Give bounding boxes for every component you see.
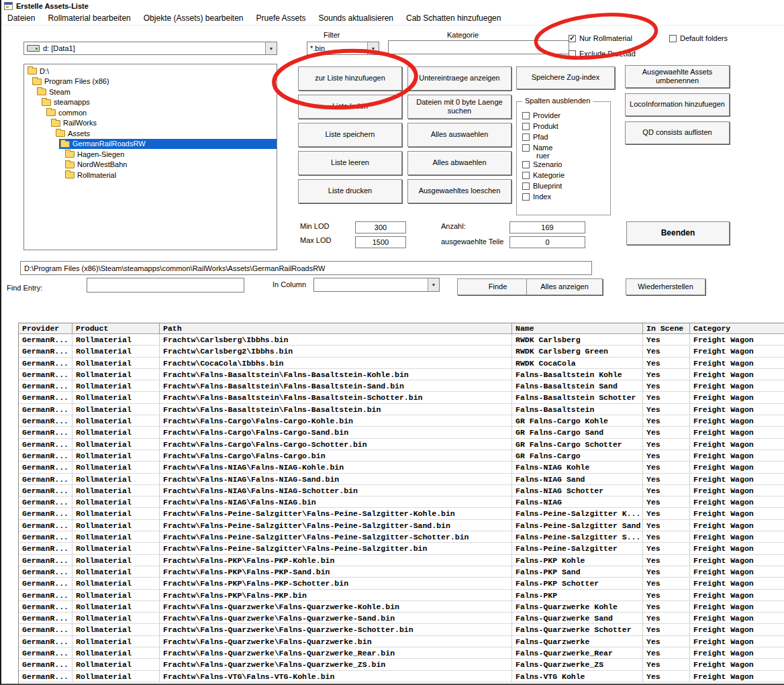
table-row[interactable]: GermanR...RollmaterialFrachtw\Falns-Carg…	[19, 415, 784, 427]
table-row[interactable]: GermanR...RollmaterialFrachtw\Falns-Pein…	[19, 531, 784, 543]
button-alles-abwaehlen[interactable]: Alles abwaehlen	[407, 151, 511, 175]
tree-item-steamapps[interactable]: steamapps	[24, 97, 277, 108]
column-toggle-index[interactable]: Index	[522, 193, 606, 201]
tree-item-program-files-x86[interactable]: Program Files (x86)	[24, 76, 277, 87]
table-row[interactable]: GermanR...RollmaterialFrachtw\Falns-NIAG…	[19, 474, 784, 485]
button-liste-speichern[interactable]: Liste speichern	[298, 123, 402, 147]
table-row[interactable]: GermanR...RollmaterialFrachtw\Falns-Quar…	[19, 613, 784, 624]
table-row[interactable]: GermanR...RollmaterialFrachtw\Falns-Basa…	[19, 392, 784, 403]
table-row[interactable]: GermanR...RollmaterialFrachtw\Falns-Basa…	[19, 380, 784, 392]
table-row[interactable]: GermanR...RollmaterialFrachtw\Falns-Pein…	[19, 508, 784, 519]
tree-item-steam[interactable]: Steam	[24, 87, 277, 97]
wiederherstellen-button[interactable]: Wiederherstellen	[626, 278, 705, 295]
table-row[interactable]: GermanR...RollmaterialFrachtw\Falns-Carg…	[19, 427, 784, 438]
button-speichere-zug-index[interactable]: Speichere Zug-index	[516, 66, 615, 89]
button-liste-laden[interactable]: Liste laden	[298, 95, 402, 119]
find-entry-input[interactable]	[87, 278, 244, 293]
min-lod-input[interactable]	[355, 221, 406, 233]
nur-rollmaterial-checkbox[interactable]: Nur Rollmaterial	[569, 34, 632, 42]
table-row[interactable]: GermanR...RollmaterialFrachtw\Falns-Pein…	[19, 543, 784, 554]
in-column-combobox[interactable]: ▼	[313, 278, 440, 292]
column-header-name[interactable]: Name	[512, 323, 643, 334]
chevron-down-icon[interactable]: ▼	[265, 42, 277, 54]
column-toggle-ruer[interactable]: ruer	[522, 152, 606, 160]
tree-item-label: GermanRailRoadsRW	[72, 140, 146, 148]
button-ausgewaehltes-loeschen[interactable]: Ausgewaehltes loeschen	[407, 179, 511, 203]
table-row[interactable]: GermanR...RollmaterialFrachtw\Falns-PKP\…	[19, 590, 784, 601]
button-dateien-mit-0-byte-laenge-suchen[interactable]: Dateien mit 0 byte Laenge suchen	[407, 95, 511, 119]
alles-anzeigen-button[interactable]: Alles anzeigen	[526, 278, 603, 295]
table-row[interactable]: GermanR...RollmaterialFrachtw\Falns-NIAG…	[19, 462, 784, 473]
table-row[interactable]: GermanR...RollmaterialFrachtw\Carlsberg2…	[19, 346, 784, 357]
table-row[interactable]: GermanR...RollmaterialFrachtw\Falns-PKP\…	[19, 555, 784, 566]
menu-item-cab-schatten-hinzufuegen[interactable]: Cab Schatten hinzufuegen	[406, 13, 501, 23]
tree-item-d[interactable]: D:\	[24, 66, 277, 76]
button-liste-leeren[interactable]: Liste leeren	[298, 151, 402, 175]
filter-combobox[interactable]: *.bin ▼	[307, 42, 379, 55]
table-row[interactable]: GermanR...RollmaterialFrachtw\Carlsberg\…	[19, 334, 784, 346]
button-locoinformation-hinzufuegen[interactable]: LocoInformation hinzufuegen	[625, 93, 730, 116]
tree-item-railworks[interactable]: RailWorks	[24, 118, 277, 129]
column-toggle-produkt[interactable]: Produkt	[522, 122, 606, 130]
max-lod-input[interactable]	[355, 236, 406, 248]
table-row[interactable]: GermanR...RollmaterialFrachtw\Falns-NIAG…	[19, 485, 784, 496]
table-row[interactable]: GermanR...RollmaterialFrachtw\Falns-Quar…	[19, 636, 784, 647]
column-header-product[interactable]: Product	[72, 323, 160, 334]
checkbox-icon	[522, 112, 530, 119]
menu-item-dateien[interactable]: Dateien	[7, 13, 35, 23]
drive-combobox[interactable]: d: [Data1] ▼	[23, 42, 277, 55]
table-row[interactable]: GermanR...RollmaterialFrachtw\Falns-Basa…	[19, 404, 784, 415]
column-header-path[interactable]: Path	[160, 323, 512, 334]
tree-item-germanrailroadsrw[interactable]: GermanRailRoadsRW	[24, 139, 277, 150]
tree-item-hagen-siegen[interactable]: Hagen-Siegen	[24, 149, 277, 160]
table-row[interactable]: GermanR...RollmaterialFrachtw\Falns-Quar…	[19, 624, 784, 635]
column-toggle-szenario[interactable]: Szenario	[522, 160, 606, 168]
button-ausgewaehlte-assets-umbenennen[interactable]: Ausgewaehlte Assets umbenennen	[625, 65, 730, 88]
button-untereintraege-anzeigen[interactable]: Untereintraege anzeigen	[407, 66, 511, 91]
column-header-provider[interactable]: Provider	[19, 323, 72, 334]
column-toggle-name[interactable]: Name	[522, 144, 606, 152]
table-row[interactable]: GermanR...RollmaterialFrachtw\Falns-PKP\…	[19, 578, 784, 589]
table-row[interactable]: GermanR...RollmaterialFrachtw\Falns-NIAG…	[19, 496, 784, 508]
chevron-down-icon[interactable]: ▼	[367, 42, 379, 54]
folder-tree[interactable]: D:\Program Files (x86)Steamsteamappscomm…	[23, 64, 277, 250]
default-folders-checkbox[interactable]: Default folders	[669, 34, 728, 42]
button-alles-auswaehlen[interactable]: Alles auswaehlen	[407, 123, 511, 147]
chevron-down-icon[interactable]: ▼	[428, 278, 439, 291]
tree-item-common[interactable]: common	[24, 107, 277, 118]
table-row[interactable]: GermanR...RollmaterialFrachtw\Falns-PKP\…	[19, 566, 784, 578]
column-toggle-pfad[interactable]: Pfad	[522, 133, 606, 141]
table-row[interactable]: GermanR...RollmaterialFrachtw\Falns-Carg…	[19, 439, 784, 450]
tree-item-label: Assets	[68, 129, 90, 138]
table-cell: Frachtw\Falns-Basaltstein\Falns-Basaltst…	[160, 404, 512, 415]
column-header-category[interactable]: Category	[690, 323, 784, 334]
table-row[interactable]: GermanR...RollmaterialFrachtw\Falns-Carg…	[19, 450, 784, 462]
current-path-field[interactable]	[20, 261, 592, 275]
button-zur-liste-hinzufuegen[interactable]: zur Liste hinzufuegen	[298, 66, 402, 91]
table-row[interactable]: GermanR...RollmaterialFrachtw\Falns-Quar…	[19, 601, 784, 613]
button-liste-drucken[interactable]: Liste drucken	[298, 179, 402, 203]
table-row[interactable]: GermanR...RollmaterialFrachtw\CocaCola\I…	[19, 358, 784, 369]
menu-item-sounds-aktualisieren[interactable]: Sounds aktualisieren	[319, 13, 393, 23]
column-toggle-provider[interactable]: Provider	[522, 111, 606, 119]
column-toggle-kategorie[interactable]: Kategorie	[522, 171, 606, 179]
beenden-button[interactable]: Beenden	[626, 221, 730, 245]
table-row[interactable]: GermanR...RollmaterialFrachtw\Falns-VTG\…	[19, 671, 784, 682]
button-qd-consists-auflisten[interactable]: QD consists auflisten	[625, 121, 730, 144]
table-row[interactable]: GermanR...RollmaterialFrachtw\Falns-Quar…	[19, 659, 784, 670]
table-row[interactable]: GermanR...RollmaterialFrachtw\Falns-Pein…	[19, 520, 784, 531]
table-cell: Yes	[643, 474, 690, 485]
exclude-preload-checkbox[interactable]: Exclude PreLoad	[569, 50, 636, 58]
checkbox-label: Produkt	[533, 122, 558, 130]
column-header-in-scene[interactable]: In Scene	[643, 323, 690, 334]
tree-item-rollmaterial[interactable]: Rollmaterial	[24, 170, 277, 180]
menu-item-objekte-assets-bearbeiten[interactable]: Objekte (Assets) bearbeiten	[144, 13, 244, 23]
column-toggle-blueprint[interactable]: Blueprint	[522, 182, 606, 190]
menu-item-pruefe-assets[interactable]: Pruefe Assets	[256, 13, 306, 23]
table-row[interactable]: GermanR...RollmaterialFrachtw\Falns-Basa…	[19, 369, 784, 380]
menu-item-rollmaterial-bearbeiten[interactable]: Rollmaterial bearbeiten	[48, 13, 130, 23]
table-row[interactable]: GermanR...RollmaterialFrachtw\Falns-Quar…	[19, 647, 784, 659]
tree-item-assets[interactable]: Assets	[24, 128, 277, 139]
tree-item-nordwestbahn[interactable]: NordWestBahn	[24, 160, 277, 170]
kategorie-input[interactable]	[388, 40, 569, 54]
